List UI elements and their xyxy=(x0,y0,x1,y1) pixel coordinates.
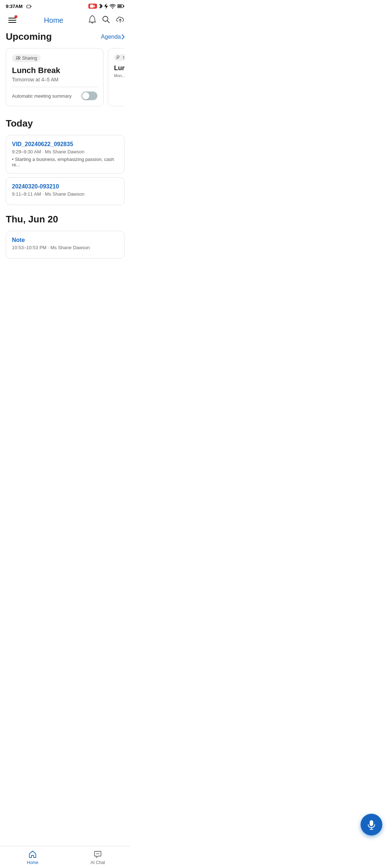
svg-rect-8 xyxy=(118,5,122,7)
svg-marker-3 xyxy=(94,5,95,7)
svg-point-14 xyxy=(117,56,119,58)
record-card-2[interactable]: 20240320-093210 9:11–9:11 AM · Ms Shane … xyxy=(6,177,125,205)
date-section-header: Thu, Jun 20 xyxy=(6,214,125,225)
date-section: Thu, Jun 20 Note 10:53–10:53 PM · Ms Sha… xyxy=(6,214,125,259)
today-title: Today xyxy=(6,118,33,129)
status-time: 9:37AM xyxy=(6,4,32,9)
upcoming-section-header: Upcoming Agenda xyxy=(6,31,125,42)
upload-button[interactable] xyxy=(116,16,125,25)
bluetooth-icon xyxy=(98,3,103,9)
main-content: Upcoming Agenda Sharing Lunch Break Tomo… xyxy=(0,31,130,303)
record-snippet-1: Starting a business, emphasizing passion… xyxy=(12,157,118,167)
sharing-badge-2: Sho xyxy=(114,54,125,61)
recording-indicator xyxy=(88,4,97,9)
status-bar: 9:37AM xyxy=(0,0,130,11)
svg-point-5 xyxy=(112,8,113,9)
record-card-1[interactable]: VID_20240622_092835 9:29–9:30 AM · Ms Sh… xyxy=(6,135,125,174)
svg-marker-1 xyxy=(31,6,32,7)
wifi-icon xyxy=(109,4,116,9)
card-title-2: Lunc xyxy=(114,64,125,72)
card-divider-1 xyxy=(12,87,97,87)
upcoming-card-1[interactable]: Sharing Lunch Break Tomorrow at 4–5 AM A… xyxy=(6,48,104,106)
status-icons xyxy=(88,3,125,9)
page-title: Home xyxy=(44,16,63,25)
toggle-label-1: Automatic meeting summary xyxy=(12,93,72,99)
svg-rect-0 xyxy=(27,5,30,8)
record-meta-1: 9:29–9:30 AM · Ms Shane Dawson xyxy=(12,149,118,154)
sharing-badge: Sharing xyxy=(12,54,41,62)
notifications-button[interactable] xyxy=(88,15,96,26)
today-section-header: Today xyxy=(6,118,125,129)
search-button[interactable] xyxy=(102,16,110,25)
header: Home xyxy=(0,11,130,31)
upcoming-section: Upcoming Agenda Sharing Lunch Break Tomo… xyxy=(6,31,125,106)
menu-button[interactable] xyxy=(6,14,19,27)
card-toggle-row-1: Automatic meeting summary xyxy=(12,92,97,100)
today-section: Today VID_20240622_092835 9:29–9:30 AM ·… xyxy=(6,118,125,205)
record-meta-3: 10:53–10:53 PM · Ms Shane Dawson xyxy=(12,245,118,250)
upcoming-card-2-partial[interactable]: Sho Lunc Mon, J xyxy=(108,48,125,106)
record-card-3[interactable]: Note 10:53–10:53 PM · Ms Shane Dawson xyxy=(6,231,125,259)
record-title-2: 20240320-093210 xyxy=(12,183,118,190)
upcoming-cards: Sharing Lunch Break Tomorrow at 4–5 AM A… xyxy=(6,48,125,106)
notification-dot xyxy=(14,15,17,18)
flash-icon xyxy=(104,3,108,9)
record-title-3: Note xyxy=(12,237,118,243)
svg-rect-7 xyxy=(123,5,124,7)
battery-icon xyxy=(117,4,125,8)
auto-summary-toggle[interactable] xyxy=(81,92,97,100)
card-time-2: Mon, J xyxy=(114,73,125,78)
header-actions xyxy=(88,15,125,26)
svg-rect-2 xyxy=(90,5,93,8)
card-time-1: Tomorrow at 4–5 AM xyxy=(12,77,97,82)
upcoming-title: Upcoming xyxy=(6,31,52,42)
agenda-link[interactable]: Agenda xyxy=(101,34,125,40)
record-title-1: VID_20240622_092835 xyxy=(12,141,118,148)
date-title: Thu, Jun 20 xyxy=(6,214,58,225)
svg-line-10 xyxy=(107,21,109,23)
card-title-1: Lunch Break xyxy=(12,66,97,75)
record-meta-2: 9:11–9:11 AM · Ms Shane Dawson xyxy=(12,191,118,197)
svg-marker-4 xyxy=(104,3,108,9)
